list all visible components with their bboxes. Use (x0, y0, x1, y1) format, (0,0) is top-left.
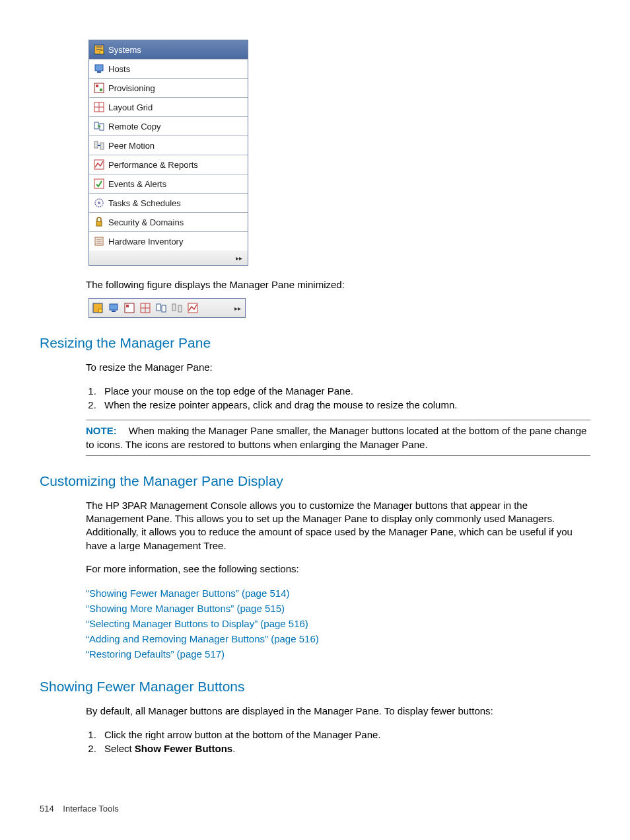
svg-rect-12 (94, 141, 98, 148)
manager-item-label: Hardware Inventory (108, 237, 183, 247)
provisioning-icon (93, 83, 104, 94)
manager-item-security[interactable]: Security & Domains (89, 213, 248, 232)
manager-item-label: Events & Alerts (108, 179, 166, 189)
peer-motion-icon (93, 140, 104, 151)
manager-item-performance[interactable]: Performance & Reports (89, 155, 248, 174)
systems-icon (93, 44, 104, 56)
manager-item-label: Systems (108, 45, 141, 55)
manager-item-label: Performance & Reports (108, 160, 198, 170)
link-showing-fewer[interactable]: “Showing Fewer Manager Buttons” (page 51… (86, 586, 590, 601)
manager-item-label: Security & Domains (108, 217, 184, 227)
performance-icon[interactable] (187, 302, 199, 314)
remote-copy-icon (93, 121, 104, 132)
link-restoring[interactable]: “Restoring Defaults” (page 517) (86, 646, 590, 662)
link-adding-removing[interactable]: “Adding and Removing Manager Buttons” (p… (86, 631, 590, 646)
tasks-icon (93, 198, 104, 209)
svg-rect-2 (95, 65, 103, 71)
hardware-icon (93, 236, 104, 247)
manager-item-label: Peer Motion (108, 141, 155, 151)
svg-rect-15 (94, 179, 104, 188)
note-box: NOTE:When making the Manager Pane smalle… (86, 420, 590, 456)
note-text: When making the Manager Pane smaller, th… (86, 425, 586, 449)
events-icon (93, 178, 104, 190)
systems-icon[interactable] (92, 302, 104, 314)
manager-item-label: Layout Grid (108, 102, 153, 112)
manager-item-label: Hosts (108, 64, 130, 74)
custom-para2: For more information, see the following … (86, 562, 582, 576)
manager-item-hardware[interactable]: Hardware Inventory (89, 232, 248, 250)
resize-step-1: Place your mouse on the top edge of the … (99, 384, 590, 398)
svg-rect-18 (96, 221, 102, 226)
manager-item-peer-motion[interactable]: Peer Motion (89, 136, 248, 155)
manager-pane-minimized: ▸▸ (88, 298, 246, 318)
svg-rect-25 (110, 304, 118, 310)
fewer-step-2: Select Show Fewer Buttons. (99, 742, 590, 755)
layout-grid-icon[interactable] (139, 302, 151, 314)
svg-rect-34 (172, 304, 176, 311)
figure-caption: The following figure displays the Manage… (86, 279, 590, 290)
security-icon (93, 217, 104, 228)
layout-grid-icon (93, 102, 104, 113)
resize-intro: To resize the Manager Pane: (86, 361, 582, 374)
manager-item-systems[interactable]: Systems (89, 40, 248, 59)
manager-item-hosts[interactable]: Hosts (89, 59, 248, 79)
remote-copy-icon[interactable] (155, 302, 167, 314)
manager-item-events[interactable]: Events & Alerts (89, 174, 248, 194)
provisioning-icon[interactable] (123, 302, 135, 314)
svg-rect-26 (112, 311, 116, 312)
manager-item-layout-grid[interactable]: Layout Grid (89, 98, 248, 117)
fewer-steps: Click the right arrow button at the bott… (99, 728, 590, 755)
show-fewer-buttons-bold: Show Fewer Buttons (135, 743, 232, 754)
svg-rect-5 (96, 85, 98, 87)
svg-point-17 (98, 202, 100, 204)
manager-item-provisioning[interactable]: Provisioning (89, 79, 248, 98)
fewer-para: By default, all Manager buttons are disp… (86, 705, 582, 718)
manager-pane-expanded: Systems Hosts Provisioning Layout Grid R… (88, 40, 248, 266)
svg-rect-35 (178, 305, 182, 312)
custom-para1: The HP 3PAR Management Console allows yo… (86, 499, 582, 553)
manager-item-tasks[interactable]: Tasks & Schedules (89, 194, 248, 213)
manager-item-label: Tasks & Schedules (108, 198, 181, 208)
manager-item-label: Provisioning (108, 83, 155, 93)
svg-rect-32 (157, 304, 160, 311)
svg-point-1 (100, 50, 104, 54)
link-showing-more[interactable]: “Showing More Manager Buttons” (page 515… (86, 601, 590, 616)
peer-motion-icon[interactable] (171, 302, 183, 314)
resize-step-2: When the resize pointer appears, click a… (99, 398, 590, 412)
link-selecting[interactable]: “Selecting Manager Buttons to Display” (… (86, 616, 590, 631)
svg-rect-13 (100, 143, 104, 149)
hosts-icon (93, 63, 104, 75)
svg-rect-28 (126, 305, 129, 307)
svg-rect-33 (162, 305, 166, 312)
svg-point-24 (98, 309, 102, 313)
note-label: NOTE: (86, 425, 117, 436)
manager-item-remote-copy[interactable]: Remote Copy (89, 117, 248, 136)
heading-customizing: Customizing the Manager Pane Display (40, 473, 590, 489)
resize-steps: Place your mouse on the top edge of the … (99, 384, 590, 412)
fewer-step-1: Click the right arrow button at the bott… (99, 728, 590, 742)
manager-item-label: Remote Copy (108, 122, 160, 132)
performance-icon (93, 159, 104, 171)
custom-link-list: “Showing Fewer Manager Buttons” (page 51… (86, 586, 590, 662)
heading-resizing: Resizing the Manager Pane (40, 335, 590, 351)
expand-arrow-button[interactable]: ▸▸ (233, 305, 242, 312)
svg-rect-3 (97, 71, 101, 73)
heading-showing-fewer: Showing Fewer Manager Buttons (40, 679, 590, 695)
hosts-icon[interactable] (108, 302, 120, 314)
expand-arrow-button[interactable]: ▸▸ (234, 254, 244, 262)
manager-pane-footer: ▸▸ (89, 250, 248, 265)
svg-rect-6 (100, 89, 102, 91)
